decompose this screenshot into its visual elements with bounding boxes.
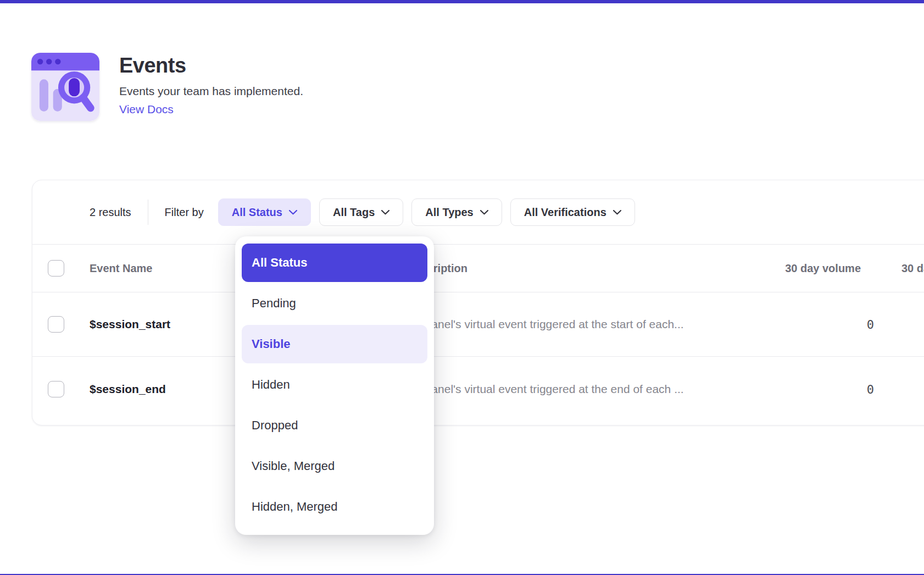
table-header-row: Event Name Description 30 day volume 30 … bbox=[32, 245, 924, 292]
dropdown-item-visible[interactable]: Visible bbox=[242, 325, 427, 363]
view-docs-link[interactable]: View Docs bbox=[119, 103, 303, 116]
filter-all-types[interactable]: All Types bbox=[411, 198, 502, 226]
chevron-down-icon bbox=[613, 210, 621, 215]
results-count: 2 results bbox=[90, 206, 131, 219]
event-description: Mixpanel's virtual event triggered at th… bbox=[407, 383, 684, 396]
chevron-down-icon bbox=[289, 210, 297, 215]
filter-all-tags-label: All Tags bbox=[333, 206, 375, 219]
event-30-day-volume: 0 bbox=[867, 318, 874, 331]
select-all-checkbox[interactable] bbox=[48, 260, 64, 277]
top-accent-bar bbox=[0, 0, 924, 3]
events-app-icon bbox=[31, 53, 99, 121]
filter-by-label: Filter by bbox=[165, 206, 204, 219]
table-row[interactable]: $session_start Mixpanel's virtual event … bbox=[32, 292, 924, 357]
page-subtitle: Events your team has implemented. bbox=[119, 85, 303, 98]
dropdown-item-hidden[interactable]: Hidden bbox=[242, 366, 427, 404]
dropdown-item-hidden-merged[interactable]: Hidden, Merged bbox=[242, 488, 427, 526]
header-30-day-volume: 30 day volume bbox=[785, 262, 861, 275]
filter-bar: 2 results Filter by All Status All Tags … bbox=[32, 180, 924, 245]
filter-all-status[interactable]: All Status bbox=[218, 198, 311, 226]
status-dropdown-menu: All Status Pending Visible Hidden Droppe… bbox=[235, 236, 434, 535]
dropdown-item-pending[interactable]: Pending bbox=[242, 284, 427, 323]
chevron-down-icon bbox=[381, 210, 389, 215]
event-name[interactable]: $session_end bbox=[90, 383, 166, 396]
header-event-name: Event Name bbox=[90, 262, 153, 275]
row-checkbox[interactable] bbox=[48, 316, 64, 333]
events-table-card: 2 results Filter by All Status All Tags … bbox=[32, 180, 924, 425]
dropdown-item-all-status[interactable]: All Status bbox=[242, 244, 427, 282]
event-description: Mixpanel's virtual event triggered at th… bbox=[407, 318, 684, 331]
filter-all-tags[interactable]: All Tags bbox=[319, 198, 403, 226]
page-title: Events bbox=[119, 54, 303, 78]
chevron-down-icon bbox=[480, 210, 488, 215]
table-row[interactable]: $session_end Mixpanel's virtual event tr… bbox=[32, 357, 924, 421]
event-30-day-volume: 0 bbox=[867, 382, 874, 396]
page-header: Events Events your team has implemented.… bbox=[31, 53, 303, 121]
filter-all-verifications[interactable]: All Verifications bbox=[510, 198, 635, 226]
dropdown-item-dropped[interactable]: Dropped bbox=[242, 406, 427, 445]
header-next-column-truncated: 30 day bbox=[901, 262, 924, 275]
browser-search-icon bbox=[31, 53, 99, 121]
event-name[interactable]: $session_start bbox=[90, 318, 170, 331]
filter-all-types-label: All Types bbox=[425, 206, 473, 219]
dropdown-item-visible-merged[interactable]: Visible, Merged bbox=[242, 447, 427, 485]
filter-all-status-label: All Status bbox=[232, 206, 282, 219]
filter-all-verifications-label: All Verifications bbox=[524, 206, 606, 219]
divider bbox=[148, 200, 148, 225]
row-checkbox[interactable] bbox=[48, 381, 64, 397]
